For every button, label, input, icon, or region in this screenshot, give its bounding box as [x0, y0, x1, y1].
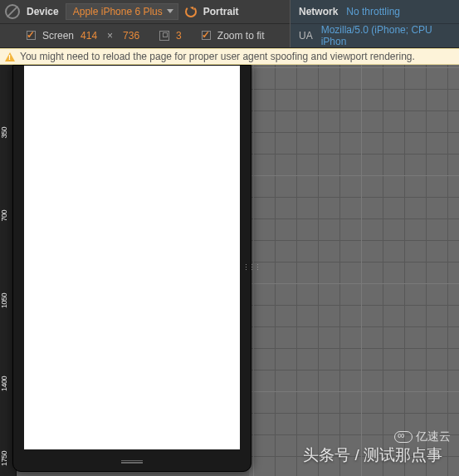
screen-label: Screen	[42, 30, 74, 42]
network-throttle-select[interactable]: No throttling	[346, 6, 400, 17]
network-label: Network	[299, 6, 338, 17]
watermark-text: 头条号 / 测试那点事	[303, 444, 442, 466]
warning-bar: You might need to reload the page for pr…	[0, 48, 459, 65]
ruler-tick: 1050	[0, 293, 8, 308]
device-value: Apple iPhone 6 Plus	[73, 6, 163, 17]
home-button-icon	[121, 460, 143, 464]
ua-row: UA Mozilla/5.0 (iPhone; CPU iPhon	[291, 24, 459, 47]
screen-checkbox[interactable]	[27, 31, 36, 40]
grid-background	[249, 65, 459, 476]
logo-watermark: 亿速云	[394, 429, 451, 444]
network-row: Network No throttling	[291, 0, 459, 24]
rotate-icon[interactable]	[185, 6, 197, 17]
devtools-toolbar: Device Apple iPhone 6 Plus Portrait Scre…	[0, 0, 459, 48]
device-select[interactable]: Apple iPhone 6 Plus	[66, 3, 178, 20]
screen-width[interactable]: 414	[81, 30, 97, 42]
device-label: Device	[27, 6, 59, 17]
device-viewport[interactable]	[24, 66, 240, 449]
toolbar-row-2: Screen 414 × 736 3 Zoom to fit	[0, 24, 290, 47]
toolbar-left: Device Apple iPhone 6 Plus Portrait Scre…	[0, 0, 291, 47]
zoom-label: Zoom to fit	[217, 30, 265, 42]
zoom-checkbox[interactable]	[202, 31, 211, 40]
toolbar-right: Network No throttling UA Mozilla/5.0 (iP…	[291, 0, 459, 47]
dpr-icon	[159, 31, 169, 41]
ruler-tick: 1750	[0, 451, 8, 466]
toolbar-row-1: Device Apple iPhone 6 Plus Portrait	[0, 0, 290, 24]
cancel-icon[interactable]	[5, 4, 20, 19]
ruler-tick: 1400	[0, 376, 8, 391]
device-frame	[12, 65, 251, 472]
ua-value[interactable]: Mozilla/5.0 (iPhone; CPU iPhon	[321, 24, 451, 47]
ruler-tick: 350	[0, 127, 8, 139]
cloud-icon	[394, 431, 413, 443]
orientation-toggle[interactable]: Portrait	[203, 6, 239, 17]
resize-handle[interactable]	[247, 257, 254, 277]
dpr-value[interactable]: 3	[176, 30, 182, 42]
chevron-down-icon	[167, 9, 173, 13]
warning-text: You might need to reload the page for pr…	[20, 51, 415, 62]
device-emulation-workspace: 350 700 1050 1400 1750 亿速云 头条号 / 测试那点事	[0, 65, 459, 476]
screen-height[interactable]: 736	[123, 30, 139, 42]
warning-icon	[5, 52, 15, 61]
dimension-x: ×	[107, 30, 113, 42]
ruler-tick: 700	[0, 210, 8, 222]
ua-label: UA	[299, 30, 313, 42]
